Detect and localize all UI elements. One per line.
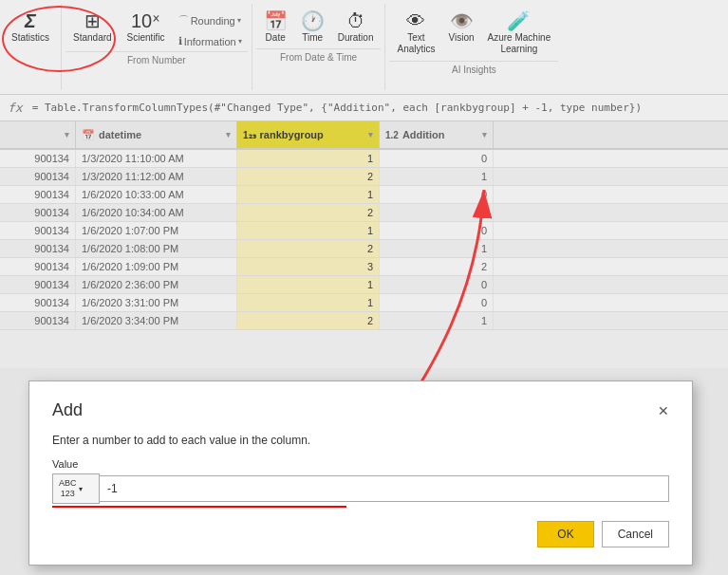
dialog-title-bar: Add ✕ [52, 400, 669, 420]
type-selector-arrow: ▾ [79, 485, 83, 493]
value-label: Value [52, 458, 669, 470]
type-selector[interactable]: ABC123 ▾ [52, 473, 100, 504]
add-dialog: Add ✕ Enter a number to add to each valu… [28, 380, 693, 566]
value-input[interactable] [100, 475, 669, 502]
dialog-buttons: OK Cancel [52, 521, 669, 547]
dialog-overlay: Add ✕ Enter a number to add to each valu… [0, 0, 728, 575]
type-selector-text: ABC123 [59, 478, 77, 499]
dialog-input-row: ABC123 ▾ [52, 473, 669, 504]
ok-button[interactable]: OK [537, 521, 593, 547]
cancel-button[interactable]: Cancel [602, 521, 669, 547]
input-underline [52, 506, 346, 508]
dialog-close-button[interactable]: ✕ [658, 404, 669, 417]
dialog-title: Add [52, 400, 83, 420]
dialog-description: Enter a number to add to each value in t… [52, 434, 669, 447]
